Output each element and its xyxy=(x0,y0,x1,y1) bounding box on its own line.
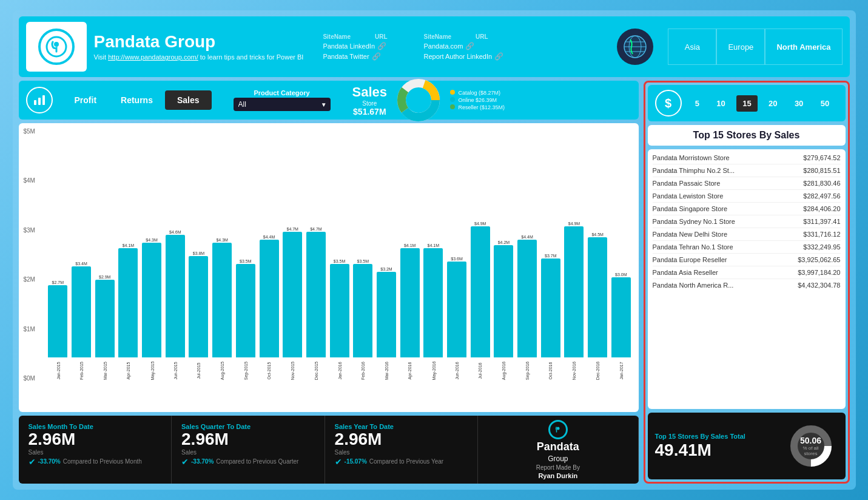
donut-legend: Catalog ($8.27M) Online $26.39M Reseller… xyxy=(450,90,505,110)
store-item[interactable]: Pandata Tehran No.1 Store$332,249.95 xyxy=(653,241,841,254)
store-item[interactable]: Pandata New Delhi Store$331,716.12 xyxy=(653,228,841,241)
bar[interactable] xyxy=(260,240,279,357)
num-btn-5[interactable]: 5 xyxy=(689,95,705,112)
category-select[interactable]: All xyxy=(234,98,331,111)
filter-bar: Profit Returns Sales Product Category Al… xyxy=(19,81,639,120)
bar[interactable] xyxy=(212,243,232,357)
store-item[interactable]: Pandata Asia Reseller$3,997,184.20 xyxy=(653,266,841,279)
bar-col: $3.4MFeb-2015 xyxy=(70,262,93,382)
num-buttons: 51015203050 xyxy=(687,95,838,112)
stat-value-month: 2.96M xyxy=(29,430,162,449)
bar[interactable] xyxy=(353,264,372,357)
region-north-america-btn[interactable]: North America xyxy=(765,29,842,65)
num-btn-50[interactable]: 50 xyxy=(815,95,835,112)
bar[interactable] xyxy=(72,266,91,357)
stat-value-year: 2.96M xyxy=(335,430,468,449)
link-item-twitter[interactable]: Pandata Twitter 🔗 xyxy=(323,52,387,61)
bar[interactable] xyxy=(564,226,584,357)
num-btn-10[interactable]: 10 xyxy=(710,95,731,112)
bar-col: $4.9MNov-2016 xyxy=(563,221,586,382)
sales-title-group: Sales Store $51.67M xyxy=(352,84,388,117)
bar-col: $4.3MAug-2015 xyxy=(210,238,234,382)
bar[interactable] xyxy=(118,248,138,357)
legend-reseller: Reseller ($12.35M) xyxy=(450,104,505,110)
link-item-author-linkedin[interactable]: Report Author LinkedIn 🔗 xyxy=(424,52,504,61)
region-europe-btn[interactable]: Europe xyxy=(716,29,765,65)
link-chain-icon-1: 🔗 xyxy=(377,42,386,50)
total-info: Top 15 Stores By Sales Total 49.41M xyxy=(655,432,776,460)
bar-col: $3.5MSep-2015 xyxy=(234,259,257,382)
brand-author: Ryan Durkin xyxy=(538,472,577,479)
bar[interactable] xyxy=(541,258,560,357)
right-panel: $ 51015203050 Top 15 Stores By Sales Pan… xyxy=(644,81,850,484)
category-label: Product Category xyxy=(254,89,309,96)
store-item[interactable]: Pandata Morristown Store$279,674.52 xyxy=(653,152,841,164)
stat-change-year: ✔ -15.07% Compared to Previous Year xyxy=(335,457,468,467)
bar[interactable] xyxy=(306,232,326,357)
bar[interactable] xyxy=(447,262,466,357)
link-item-linkedin[interactable]: Pandata LinkedIn 🔗 xyxy=(323,42,387,50)
bar-col: $4.1MApr-2015 xyxy=(117,243,140,382)
num-btn-15[interactable]: 15 xyxy=(736,95,757,112)
bar-col: $4.1MMay-2016 xyxy=(422,243,445,382)
bar-col: $4.9MJul-2016 xyxy=(469,221,492,382)
pandata-branding: Pandata Group Report Made By Ryan Durkin xyxy=(478,416,638,484)
bar-col: $3.5MFeb-2016 xyxy=(351,259,374,382)
store-item[interactable]: Pandata North America R...$4,432,304.78 xyxy=(653,279,841,291)
bar[interactable] xyxy=(517,240,537,357)
bar[interactable] xyxy=(142,243,161,357)
bar[interactable] xyxy=(423,248,443,357)
svg-rect-9 xyxy=(38,98,41,105)
num-btn-30[interactable]: 30 xyxy=(789,95,809,112)
bottom-total: Top 15 Stores By Sales Total 49.41M 50.0… xyxy=(648,413,846,479)
svg-rect-10 xyxy=(42,95,45,105)
pandata-logo-small xyxy=(548,420,568,439)
category-section: Product Category All ▼ xyxy=(234,89,331,111)
region-asia-btn[interactable]: Asia xyxy=(668,29,716,65)
main-content: Profit Returns Sales Product Category Al… xyxy=(19,81,850,484)
select-wrapper: All ▼ xyxy=(234,98,331,111)
store-item[interactable]: Pandata Singapore Store$284,406.20 xyxy=(653,203,841,215)
chart-area: $5M $4M $3M $2M $1M $0M $2.7MJan-2015$3.… xyxy=(19,123,639,412)
donut-center-text: 50.06 % of all stores xyxy=(797,436,824,456)
bar[interactable] xyxy=(611,277,631,357)
link-chain-icon-3: 🔗 xyxy=(465,42,474,50)
sales-summary: Sales Store $51.67M xyxy=(352,76,505,124)
bar[interactable] xyxy=(189,256,208,357)
store-item[interactable]: Pandata Europe Reseller$3,925,062.65 xyxy=(653,254,841,266)
bar[interactable] xyxy=(283,232,302,357)
bar-col: $3.0MJan-2017 xyxy=(610,272,633,382)
bar[interactable] xyxy=(588,237,607,357)
metric-icon-btn[interactable] xyxy=(26,87,53,113)
dollar-icon: $ xyxy=(655,90,682,117)
globe-icon xyxy=(617,29,653,65)
bar[interactable] xyxy=(330,264,349,357)
stat-change-month: ✔ -33.70% Compared to Previous Month xyxy=(29,457,162,467)
tab-profit[interactable]: Profit xyxy=(62,90,109,110)
tab-sales[interactable]: Sales xyxy=(165,90,212,110)
bar-col: $4.4MSep-2016 xyxy=(516,235,539,382)
total-value: 49.41M xyxy=(655,441,776,460)
bar[interactable] xyxy=(400,248,420,357)
link-group-2: SiteName URL Pandata.com 🔗 Report Author… xyxy=(424,33,504,61)
region-buttons: Asia Europe North America xyxy=(668,29,842,65)
link-item-pandata-com[interactable]: Pandata.com 🔗 xyxy=(424,42,504,50)
store-item[interactable]: Pandata Lewiston Store$282,497.56 xyxy=(653,190,841,203)
bar[interactable] xyxy=(494,245,513,357)
bar[interactable] xyxy=(377,272,396,357)
chart-y-labels: $5M $4M $3M $2M $1M $0M xyxy=(24,128,35,382)
bar-col: $3.8MJul-2015 xyxy=(187,251,210,382)
num-btn-20[interactable]: 20 xyxy=(762,95,783,112)
sales-store-label: Store xyxy=(352,100,388,107)
bar-col: $3.2MMar-2016 xyxy=(375,267,398,382)
store-item[interactable]: Pandata Passaic Store$281,830.46 xyxy=(653,177,841,190)
store-item[interactable]: Pandata Thimphu No.2 St...$280,815.51 xyxy=(653,164,841,177)
bar[interactable] xyxy=(95,280,115,357)
tab-returns[interactable]: Returns xyxy=(109,90,165,110)
bar[interactable] xyxy=(48,285,67,357)
bar[interactable] xyxy=(166,235,185,357)
bar[interactable] xyxy=(236,264,255,357)
bar[interactable] xyxy=(471,226,490,357)
store-item[interactable]: Pandata Sydney No.1 Store$311,397.41 xyxy=(653,215,841,228)
brand-link[interactable]: http://www.pandatagroup.com/ xyxy=(108,53,198,61)
